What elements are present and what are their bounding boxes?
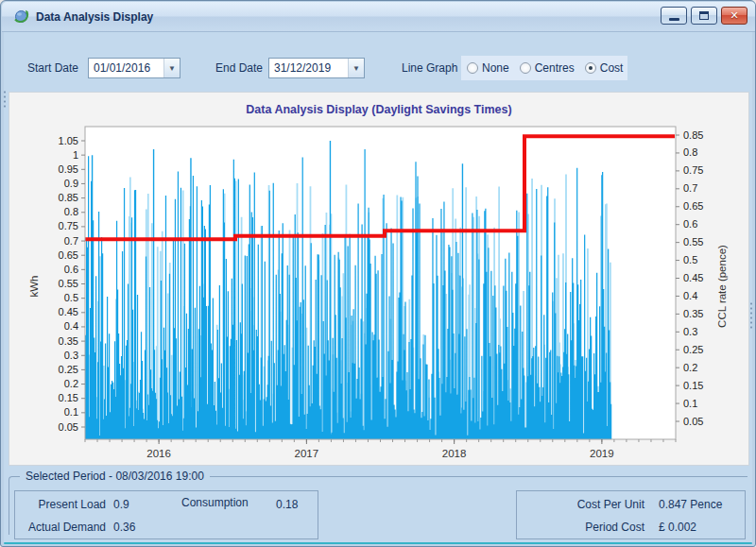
consumption-value: 0.18 (276, 498, 298, 511)
chart-panel: 0.050.10.150.20.250.30.350.40.450.50.550… (9, 92, 749, 466)
splitter-grip-right[interactable] (749, 301, 753, 330)
minimize-icon (669, 18, 679, 21)
window-controls: ✕ (661, 7, 747, 25)
radio-label: Centres (535, 61, 575, 75)
splitter-grip-left[interactable] (3, 90, 7, 109)
start-date-value: 01/01/2016 (94, 61, 150, 75)
right-tick-label: 0.75 (683, 164, 703, 176)
right-tick-label: 0.4 (683, 290, 697, 301)
left-tick-label: 0.5 (64, 292, 78, 303)
left-tick-label: 0.4 (64, 320, 78, 332)
left-tick-label: 0.05 (59, 421, 78, 433)
minimize-button[interactable] (661, 7, 687, 25)
left-axis-title: kWh (28, 276, 40, 298)
window-bottom-accent (4, 542, 752, 544)
left-tick-label: 0.95 (59, 163, 78, 175)
window-title: Data Analysis Display (36, 10, 153, 24)
right-tick-label: 0.7 (683, 182, 697, 194)
right-tick-label: 0.5 (683, 254, 697, 265)
left-tick-label: 0.45 (59, 306, 78, 317)
start-date-label: Start Date (27, 61, 78, 75)
chart-svg: 0.050.10.150.20.250.30.350.40.450.50.550… (9, 93, 750, 467)
right-tick-label: 0.55 (683, 236, 703, 248)
period-cost-value: £ 0.002 (659, 521, 696, 534)
end-date-label: End Date (215, 61, 263, 75)
end-date-value: 31/12/2019 (274, 61, 331, 75)
left-tick-label: 0.2 (64, 378, 78, 389)
left-tick-label: 0.75 (59, 220, 78, 231)
cost-info-box: Cost Per Unit 0.847 Pence Period Cost £ … (516, 490, 746, 539)
right-tick-label: 0.15 (683, 380, 703, 391)
period-cost-label: Period Cost (522, 521, 644, 534)
radio-icon (520, 62, 531, 74)
radio-icon (585, 62, 596, 74)
consumption-label: Consumption (181, 496, 249, 509)
right-tick-label: 0.25 (683, 344, 703, 355)
present-load-label: Present Load (23, 498, 106, 511)
right-tick-label: 0.05 (683, 416, 703, 427)
actual-demand-value: 0.36 (113, 521, 135, 534)
year-label: 2017 (295, 448, 319, 459)
right-tick-label: 0.65 (683, 200, 703, 212)
left-tick-label: 0.65 (59, 249, 78, 261)
right-tick-label: 0.6 (683, 218, 697, 230)
left-tick-label: 1.05 (59, 135, 78, 146)
right-tick-label: 0.85 (683, 129, 703, 141)
selected-period-title: Selected Period - 08/03/2016 19:00 (20, 470, 210, 483)
left-tick-label: 0.9 (64, 178, 78, 189)
radio-centres[interactable]: Centres (520, 61, 575, 75)
radio-label: None (482, 61, 509, 75)
left-tick-label: 0.35 (59, 335, 78, 347)
cost-per-unit-label: Cost Per Unit (522, 498, 644, 511)
data-analysis-window: Data Analysis Display ✕ Start Date 01/01… (0, 0, 756, 547)
left-tick-label: 0.25 (59, 364, 78, 375)
left-tick-label: 0.1 (64, 406, 78, 418)
right-tick-label: 0.8 (683, 146, 697, 158)
radio-none[interactable]: None (467, 61, 509, 75)
right-tick-label: 0.1 (683, 398, 697, 409)
radio-label: Cost (600, 61, 624, 75)
actual-demand-label: Actual Demand (23, 521, 106, 534)
left-tick-label: 0.7 (64, 235, 78, 247)
right-tick-label: 0.3 (683, 326, 697, 337)
cost-per-unit-value: 0.847 Pence (659, 498, 722, 511)
right-tick-label: 0.45 (683, 272, 703, 283)
year-label: 2019 (590, 448, 614, 459)
right-axis-title: CCL rate (pence) (716, 245, 728, 328)
chevron-down-icon[interactable]: ▼ (348, 59, 364, 77)
right-tick-label: 0.35 (683, 308, 703, 319)
radio-icon (467, 62, 478, 74)
left-tick-label: 0.6 (64, 264, 78, 275)
end-date-combobox[interactable]: 31/12/2019 ▼ (268, 58, 365, 78)
year-label: 2018 (442, 448, 467, 459)
left-tick-label: 0.3 (64, 350, 78, 361)
line-graph-radiogroup: NoneCentresCost (461, 56, 627, 80)
line-graph-label: Line Graph (402, 61, 457, 75)
globe-icon (13, 9, 29, 25)
start-date-combobox[interactable]: 01/01/2016 ▼ (88, 58, 180, 78)
close-button[interactable]: ✕ (721, 7, 747, 25)
close-icon: ✕ (730, 10, 738, 21)
left-tick-label: 0.85 (59, 192, 78, 203)
left-tick-label: 1 (73, 149, 78, 161)
right-tick-label: 0.2 (683, 362, 697, 373)
left-tick-label: 0.15 (59, 392, 78, 403)
selected-period-section: Selected Period - 08/03/2016 19:00 Prese… (1, 466, 756, 543)
left-tick-label: 0.55 (59, 278, 78, 289)
chevron-down-icon[interactable]: ▼ (163, 59, 180, 77)
maximize-icon (699, 11, 709, 20)
maximize-button[interactable] (691, 7, 717, 25)
chart-title: Data Analysis Display (Daylight Savings … (9, 103, 748, 116)
present-load-value: 0.9 (113, 498, 129, 511)
left-tick-label: 0.8 (64, 206, 78, 217)
radio-cost[interactable]: Cost (585, 61, 624, 75)
titlebar[interactable]: Data Analysis Display ✕ (2, 2, 756, 32)
load-info-box: Present Load 0.9 Consumption 0.18 Actual… (14, 490, 318, 539)
year-label: 2016 (146, 448, 171, 459)
